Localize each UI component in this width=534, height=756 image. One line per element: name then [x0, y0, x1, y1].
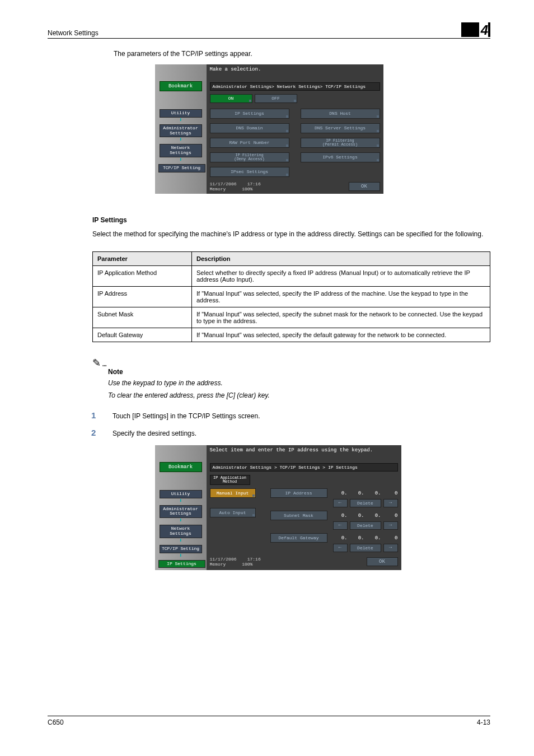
ip-octet: 0.	[350, 491, 364, 496]
table-header-parameter: Parameter	[93, 251, 192, 265]
panel-time: 17:16	[247, 181, 261, 186]
panel-time: 17:16	[247, 557, 261, 562]
table-cell-desc: If "Manual Input" was selected, specify …	[192, 286, 490, 307]
dns-server-button[interactable]: DNS Server Settings	[301, 123, 380, 133]
manual-input-button[interactable]: Manual Input	[210, 488, 256, 498]
panel-instruction: Make a selection.	[210, 67, 380, 78]
note-text: Use the keypad to type in the address.	[108, 378, 490, 388]
delete-button[interactable]: Delete	[350, 521, 381, 530]
panel-instruction: Select item and enter the IP address usi…	[210, 447, 398, 459]
nav-utility[interactable]: Utility	[160, 109, 202, 118]
step-number: 1	[91, 410, 113, 420]
nav-tcpip-setting[interactable]: TCP/IP Setting	[158, 164, 205, 172]
table-cell-param: IP Application Method	[93, 265, 192, 286]
panel-date: 11/17/2006	[210, 557, 237, 562]
ip-settings-panel: Bookmark Utility ⬇ Administrator Setting…	[155, 445, 383, 571]
nav-ip-settings[interactable]: IP Settings	[158, 560, 205, 568]
table-cell-param: Subnet Mask	[93, 307, 192, 328]
footer-page-number: 4-13	[477, 718, 490, 726]
arrow-left-button[interactable]: ←	[333, 499, 348, 507]
page-header-title: Network Settings	[48, 29, 99, 37]
step-text: Specify the desired settings.	[113, 430, 196, 437]
table-cell-desc: If "Manual Input" was selected, specify …	[192, 328, 490, 342]
arrow-down-icon: ⬇	[179, 538, 182, 544]
table-cell-desc: If "Manual Input" was selected, specify …	[192, 307, 490, 328]
ip-application-method-tab[interactable]: IP Application Method	[210, 475, 250, 486]
chapter-number: 4	[479, 22, 488, 38]
panel-date: 11/17/2006	[210, 181, 237, 186]
nav-network-settings[interactable]: Network Settings	[160, 144, 202, 157]
ip-octet: 0.	[333, 491, 348, 496]
note-text: To clear the entered address, press the …	[108, 390, 490, 400]
table-cell-param: IP Address	[93, 286, 192, 307]
nav-admin-settings[interactable]: Administrator Settings	[160, 124, 202, 138]
subnet-mask-label: Subnet Mask	[270, 511, 327, 520]
arrow-right-button[interactable]: →	[383, 544, 398, 552]
arrow-down-icon: ⬇	[179, 518, 182, 524]
arrow-left-button[interactable]: ←	[333, 521, 348, 530]
nav-tcpip-setting[interactable]: TCP/IP Setting	[160, 545, 202, 553]
intro-text: The parameters of the TCP/IP settings ap…	[114, 50, 490, 58]
nav-utility[interactable]: Utility	[160, 490, 202, 498]
ip-octet: 0.	[367, 513, 381, 519]
arrow-down-icon: ⬇	[179, 137, 182, 143]
chapter-tab: 4	[461, 22, 490, 37]
breadcrumb: Administrator Settings> Network Settings…	[210, 82, 380, 91]
ip-settings-button[interactable]: IP Settings	[210, 109, 289, 119]
bookmark-button[interactable]: Bookmark	[160, 462, 202, 472]
panel-memory-level: 100%	[242, 186, 252, 192]
table-row: Default Gateway If "Manual Input" was se…	[93, 328, 490, 342]
off-button[interactable]: OFF	[255, 94, 297, 103]
panel-memory-level: 100%	[242, 562, 252, 567]
ip-filter-permit-button[interactable]: IP Filtering (Permit Access)	[301, 138, 380, 148]
footer-model: C650	[48, 718, 64, 726]
table-cell-param: Default Gateway	[93, 328, 192, 342]
step-text: Touch [IP Settings] in the TCP/IP Settin…	[113, 412, 260, 420]
ip-octet: 0.	[367, 491, 381, 496]
note-label: Note	[108, 368, 490, 376]
nav-admin-settings[interactable]: Administrator Settings	[160, 505, 202, 519]
step-1: 1 Touch [IP Settings] in the TCP/IP Sett…	[91, 410, 490, 420]
step-2: 2 Specify the desired settings.	[91, 428, 490, 437]
ok-button[interactable]: OK	[349, 182, 380, 191]
bookmark-button[interactable]: Bookmark	[160, 81, 202, 91]
ip-octet: 0.	[350, 513, 364, 519]
section-heading: IP Settings	[92, 216, 490, 224]
ip-octet: 0.	[367, 535, 381, 541]
auto-input-button[interactable]: Auto Input	[210, 508, 256, 517]
section-paragraph: Select the method for specifying the mac…	[92, 230, 490, 239]
ok-button[interactable]: OK	[367, 557, 398, 566]
ip-octet: 0	[383, 513, 398, 519]
table-header-description: Description	[192, 251, 490, 265]
arrow-down-icon: ⬇	[179, 118, 182, 123]
note-icon: ✎...	[92, 357, 490, 369]
table-cell-desc: Select whether to directly specify a fix…	[192, 265, 490, 286]
arrow-right-button[interactable]: →	[383, 499, 398, 507]
table-row: IP Application Method Select whether to …	[93, 265, 490, 286]
ip-octet: 0.	[333, 513, 348, 519]
ip-filter-deny-button[interactable]: IP Filtering (Deny Access)	[210, 152, 289, 162]
delete-button[interactable]: Delete	[350, 499, 381, 507]
arrow-down-icon: ⬇	[179, 157, 182, 163]
arrow-right-button[interactable]: →	[383, 521, 398, 530]
nav-network-settings[interactable]: Network Settings	[160, 525, 202, 538]
ipv6-button[interactable]: IPv6 Settings	[301, 152, 380, 162]
raw-port-button[interactable]: RAW Port Number	[210, 138, 289, 148]
on-button[interactable]: ON	[210, 94, 252, 103]
ip-address-label: IP Address	[270, 488, 327, 498]
ipsec-button[interactable]: IPsec Settings	[210, 167, 289, 177]
step-number: 2	[91, 428, 113, 437]
parameter-table: Parameter Description IP Application Met…	[92, 251, 490, 342]
note-block: ✎... Note Use the keypad to type in the …	[92, 357, 490, 400]
ip-octet: 0.	[333, 535, 348, 541]
delete-button[interactable]: Delete	[350, 544, 381, 552]
dns-domain-button[interactable]: DNS Domain	[210, 123, 289, 133]
default-gateway-label: Default Gateway	[270, 533, 327, 543]
arrow-left-button[interactable]: ←	[333, 544, 348, 552]
arrow-down-icon: ⬇	[179, 553, 182, 559]
table-row: IP Address If "Manual Input" was selecte…	[93, 286, 490, 307]
arrow-down-icon: ⬇	[179, 498, 182, 504]
dns-host-button[interactable]: DNS Host	[301, 109, 380, 119]
table-row: Subnet Mask If "Manual Input" was select…	[93, 307, 490, 328]
ip-octet: 0	[383, 535, 398, 541]
